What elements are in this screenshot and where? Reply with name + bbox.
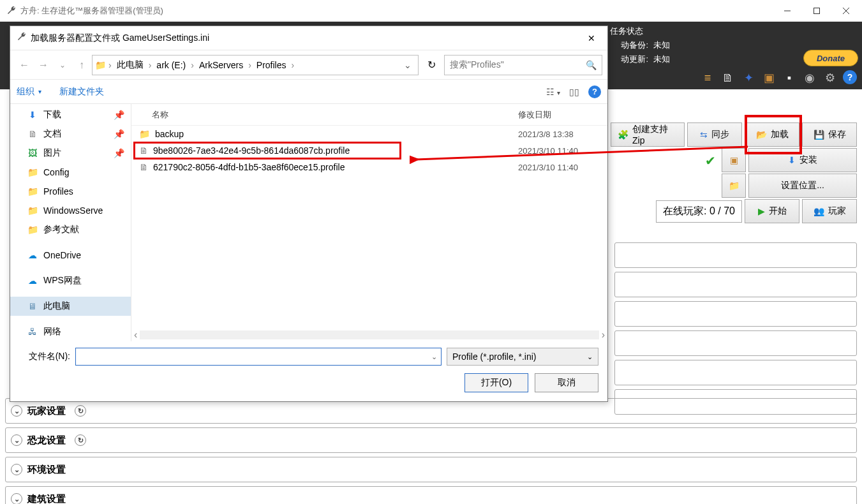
puzzle-icon[interactable]: ✦: [741, 70, 756, 85]
empty-panel: [614, 360, 857, 385]
preview-pane-button[interactable]: ▯▯: [569, 87, 579, 97]
sync-button[interactable]: ⇆同步: [687, 122, 742, 147]
pin-icon: 📌: [114, 110, 124, 120]
document-icon: 🗎: [27, 129, 38, 139]
minimize-button[interactable]: [773, 1, 802, 20]
open-button[interactable]: 打开(O): [464, 373, 528, 392]
file-icon: 🗎: [139, 145, 148, 156]
tree-item-documents[interactable]: 🗎文档📌: [10, 124, 131, 144]
reload-icon[interactable]: ↻: [75, 434, 86, 446]
tree-item-network[interactable]: 🖧网络: [10, 322, 131, 341]
tree-item-wps[interactable]: ☁WPS网盘: [10, 271, 131, 290]
file-row[interactable]: 🗎9be80026-7ae3-42e4-9c5b-8614da6087cb.pr…: [131, 142, 607, 159]
reload-icon[interactable]: ↻: [75, 405, 86, 417]
tree-item-refs[interactable]: 📁参考文献: [10, 220, 131, 239]
tree-item-onedrive[interactable]: ☁OneDrive: [10, 246, 131, 265]
breadcrumb-dropdown-icon[interactable]: ⌄: [400, 60, 415, 70]
tool-icon-2[interactable]: 📁: [722, 174, 746, 198]
load-button[interactable]: 📂加载: [745, 122, 799, 147]
file-type-filter[interactable]: Profile (*.profile, *.ini)⌄: [447, 348, 598, 366]
maximize-button[interactable]: [802, 1, 831, 20]
dropdown-icon[interactable]: ⌄: [431, 353, 437, 361]
donate-button[interactable]: Donate: [803, 50, 858, 66]
install-button[interactable]: ⬇安装: [748, 148, 857, 172]
help-icon[interactable]: ?: [843, 70, 857, 84]
file-name: backup: [155, 129, 184, 139]
new-folder-button[interactable]: 新建文件夹: [59, 86, 104, 98]
dialog-close-button[interactable]: ✕: [582, 29, 601, 48]
scroll-right-icon[interactable]: ›: [602, 329, 605, 341]
breadcrumb-folder[interactable]: ArkServers: [197, 60, 246, 70]
organize-menu[interactable]: 组织▾: [17, 86, 41, 98]
chevron-down-icon: ⌄: [11, 405, 22, 417]
breadcrumb-pc[interactable]: 此电脑: [114, 59, 146, 71]
tree-item-thispc[interactable]: 🖥此电脑: [10, 297, 131, 316]
scroll-left-icon[interactable]: ‹: [134, 329, 137, 341]
tree-item-winsrv[interactable]: 📁WindowsServe: [10, 201, 131, 220]
folder-icon: 📁: [27, 225, 38, 235]
filename-input[interactable]: ⌄: [75, 348, 442, 366]
dialog-title: 加载服务器配置文件或 GameUserSettings.ini: [31, 33, 582, 44]
section-env-settings[interactable]: ⌄环境设置: [5, 457, 857, 482]
close-button[interactable]: [831, 1, 861, 20]
svg-rect-0: [814, 8, 820, 13]
header-icon-strip: ≡ 🗎 ✦ ▣ ▪ ◉ ⚙ ?: [610, 66, 862, 85]
start-button[interactable]: ▶开始: [745, 199, 799, 223]
tree-item-pictures[interactable]: 🖼图片📌: [10, 144, 131, 163]
list-icon[interactable]: ≡: [700, 70, 715, 85]
create-zip-button[interactable]: 🧩创建支持Zip: [611, 122, 685, 147]
cancel-button[interactable]: 取消: [535, 373, 598, 392]
empty-panel: [614, 301, 857, 327]
nav-up-button[interactable]: ↑: [73, 56, 91, 74]
column-name[interactable]: 名称: [152, 109, 518, 121]
dropdown-icon: ⌄: [587, 353, 593, 361]
section-build-settings[interactable]: ⌄建筑设置: [5, 486, 857, 504]
horizontal-scrollbar[interactable]: ‹ ›: [131, 329, 607, 341]
document-icon[interactable]: 🗎: [720, 70, 736, 85]
empty-panel: [614, 330, 857, 356]
search-input[interactable]: 搜索"Profiles" 🔍: [444, 55, 602, 75]
nav-recent-button[interactable]: ⌄: [54, 56, 71, 74]
breadcrumb-folder[interactable]: Profiles: [254, 60, 289, 70]
pc-icon: 🖥: [27, 301, 38, 311]
players-button[interactable]: 👥玩家: [802, 199, 857, 223]
nav-refresh-button[interactable]: ↻: [420, 55, 443, 75]
pin-icon: 📌: [114, 129, 124, 139]
help-button[interactable]: ?: [588, 85, 601, 98]
nav-back-button[interactable]: ←: [15, 56, 33, 74]
section-dino-settings[interactable]: ⌄恐龙设置↻: [5, 427, 857, 453]
file-name: 9be80026-7ae3-42e4-9c5b-8614da6087cb.pro…: [153, 145, 350, 156]
set-location-button[interactable]: 设置位置...: [748, 174, 857, 198]
file-row[interactable]: 🗎621790c2-8056-4dfd-b1b5-3ae8f60ece15.pr…: [131, 159, 607, 175]
nav-forward-button[interactable]: →: [34, 56, 52, 74]
steam-icon[interactable]: ◉: [802, 70, 817, 85]
breadcrumb-bar[interactable]: 📁 › 此电脑› ark (E:)› ArkServers› Profiles›…: [92, 55, 419, 75]
tool-icon-1[interactable]: ▣: [722, 148, 746, 172]
file-icon: 🗎: [139, 162, 148, 172]
save-button[interactable]: 💾保存: [802, 122, 857, 147]
main-window-title: 方舟: 生存进化™服务器管理器(管理员): [20, 5, 773, 17]
file-row[interactable]: 📁backup2021/3/8 13:38: [131, 126, 607, 142]
tree-item-downloads[interactable]: ⬇下载📌: [10, 105, 131, 124]
folder-icon: 📁: [95, 60, 106, 70]
empty-panel: [614, 272, 857, 297]
package-icon[interactable]: ▣: [761, 70, 777, 85]
settings-icon[interactable]: ⚙: [822, 70, 838, 85]
view-mode-button[interactable]: ☷ ▾: [546, 87, 560, 97]
wps-icon: ☁: [27, 276, 38, 286]
folder-icon: 📁: [27, 167, 38, 177]
terminal-icon[interactable]: ▪: [782, 70, 797, 85]
auto-backup-row: 动备份:未知: [610, 38, 803, 52]
tree-item-profiles[interactable]: 📁Profiles: [10, 182, 131, 201]
wrench-icon: [6, 6, 17, 16]
tree-item-config[interactable]: 📁Config: [10, 163, 131, 182]
file-name: 621790c2-8056-4dfd-b1b5-3ae8f60ece15.pro…: [153, 162, 345, 172]
main-titlebar: 方舟: 生存进化™服务器管理器(管理员): [0, 0, 862, 22]
chevron-down-icon: ⌄: [11, 464, 22, 475]
file-date: 2021/3/10 11:40: [518, 163, 607, 172]
onedrive-icon: ☁: [27, 250, 38, 260]
file-date: 2021/3/10 11:40: [518, 146, 607, 156]
column-date[interactable]: 修改日期: [518, 109, 607, 121]
action-toolbar: 🧩创建支持Zip ⇆同步 📂加载 💾保存 ✔ ▣ ⬇安装 📁 设置位置... 在…: [608, 122, 857, 225]
breadcrumb-drive[interactable]: ark (E:): [154, 60, 188, 70]
